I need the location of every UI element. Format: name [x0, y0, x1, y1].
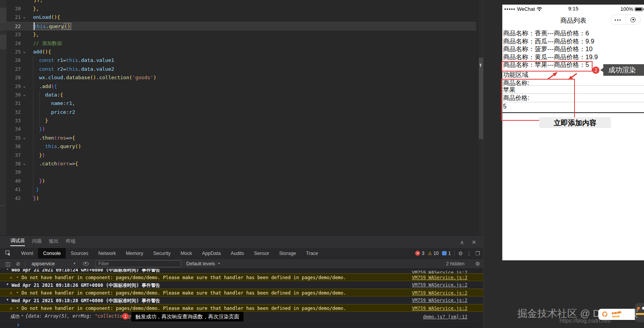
- console-result-row[interactable]: 成功▸{data: Array(5), errMsg: "collection.…: [0, 312, 483, 321]
- code-editor[interactable]: }), 20},21⌄onLoad(){22this.query()23},24…: [0, 0, 483, 235]
- code-line-32[interactable]: 32 price:r2: [0, 108, 476, 117]
- console-sidebar-icon[interactable]: ◫: [5, 261, 10, 267]
- code-line-29[interactable]: 29⌄ .add({: [0, 82, 476, 91]
- code-line-38[interactable]: 38⌄ .catch(err=>{: [0, 160, 476, 168]
- code-line-35[interactable]: 35⌄ .then(res=>{: [0, 134, 476, 142]
- code-text: // 添加数据: [33, 39, 62, 48]
- code-line-24[interactable]: 24// 添加数据: [0, 39, 476, 48]
- debugger-tab-输出[interactable]: 输出: [49, 238, 59, 246]
- devtools-tab-trace[interactable]: Trace: [301, 248, 323, 258]
- code-line-25[interactable]: 25⌄add(){: [0, 48, 476, 56]
- levels-label: Default levels: [186, 261, 215, 266]
- dock-side-icon[interactable]: ❐: [475, 250, 480, 256]
- collapse-caret-icon[interactable]: ▼: [7, 298, 8, 301]
- collapse-caret-icon[interactable]: ▼: [7, 283, 8, 286]
- code-line-34[interactable]: 34 }): [0, 125, 476, 133]
- editor-scrollbar[interactable]: [479, 0, 483, 235]
- code-line-37[interactable]: 37 }): [0, 151, 476, 160]
- inspect-element-button[interactable]: [0, 248, 16, 258]
- source-link[interactable]: VM759 WAService.js:2: [412, 306, 468, 311]
- devtools-tab-mock[interactable]: Mock: [175, 248, 197, 258]
- source-link[interactable]: demo.js? [sm]:12: [423, 314, 467, 320]
- code-line-23[interactable]: 23},: [0, 30, 476, 39]
- expand-icon[interactable]: ▸: [17, 306, 18, 310]
- kebab-menu-icon[interactable]: ⋮: [466, 250, 472, 256]
- collapse-panel-icon[interactable]: ∧: [460, 239, 464, 245]
- devtools-tab-console[interactable]: Console: [38, 248, 66, 258]
- code-line-27[interactable]: 27 const r2=this.data.value2: [0, 65, 476, 73]
- devtools-tab-security[interactable]: Security: [148, 248, 175, 258]
- warning-count-badge[interactable]: ⚠ 10: [428, 251, 439, 256]
- code-line-21[interactable]: 21⌄onLoad(){: [0, 13, 476, 22]
- source-link[interactable]: VM759 WAService.js:2: [412, 282, 468, 288]
- fold-chevron-icon[interactable]: ⌄: [23, 82, 29, 90]
- devtools-tab-sources[interactable]: Sources: [66, 248, 93, 258]
- devtools-tab-storage[interactable]: Storage: [274, 248, 301, 258]
- fold-chevron-icon[interactable]: ⌄: [23, 90, 29, 99]
- scrollbar-thumb[interactable]: [479, 58, 483, 139]
- exit-target-icon[interactable]: [626, 17, 641, 22]
- code-line-22[interactable]: 22this.query(): [0, 22, 476, 30]
- debugger-tab-终端[interactable]: 终端: [66, 238, 76, 246]
- execution-context-select[interactable]: appservice ▼: [31, 261, 76, 266]
- fold-chevron-icon[interactable]: ⌄: [23, 47, 29, 56]
- console-prompt-row[interactable]: ❯: [0, 321, 483, 328]
- devtools-tab-network[interactable]: Network: [93, 248, 121, 258]
- code-line-41[interactable]: 41 }: [0, 185, 476, 194]
- watermark-url: https://blog.csdn.net/: [560, 318, 611, 324]
- code-line-40[interactable]: 40 }): [0, 177, 476, 185]
- code-line-36[interactable]: 36 this.query(): [0, 142, 476, 151]
- code-line-39[interactable]: 39: [0, 168, 476, 176]
- console-settings-gear-icon[interactable]: ⚙: [475, 261, 480, 267]
- code-line-30[interactable]: 30⌄ data:{: [0, 91, 476, 99]
- code-line-31[interactable]: 31 name:r1,: [0, 99, 476, 108]
- add-content-button[interactable]: 立即添加内容: [539, 117, 611, 128]
- console-group-row[interactable]: ▼Wed Apr 21 2021 09:18:26 GMT+0800 (中国标准…: [0, 281, 483, 289]
- fold-chevron-icon[interactable]: ⌄: [23, 13, 29, 21]
- code-lines[interactable]: 20},21⌄onLoad(){22this.query()23},24// 添…: [0, 5, 476, 203]
- debugger-tab-问题[interactable]: 问题: [32, 238, 42, 246]
- source-link[interactable]: VM759 WAService.js:2: [412, 275, 468, 280]
- fold-chevron-icon[interactable]: ⌄: [23, 133, 29, 142]
- source-link[interactable]: VM759 WAService.js:2: [412, 298, 468, 303]
- console-warning-row[interactable]: ⚠▸Do not have handler in component: page…: [0, 273, 483, 281]
- clear-console-icon[interactable]: ⊘: [16, 261, 20, 267]
- devtools-tab-memory[interactable]: Memory: [121, 248, 148, 258]
- log-levels-select[interactable]: Default levels ▼: [186, 261, 220, 266]
- code-token: value1: [96, 57, 114, 63]
- console-group-row[interactable]: ▼Wed Apr 21 2021 09:18:28 GMT+0800 (中国标准…: [0, 296, 483, 304]
- expand-icon[interactable]: ▸: [22, 313, 23, 317]
- warning-icon: ⚠: [10, 275, 12, 280]
- phone-preview[interactable]: ●●●●● WeChat 9:15 100% 商品列表 ●●●: [502, 5, 644, 260]
- info-count-badge[interactable]: 1: [442, 251, 451, 256]
- prompt-chevron-icon[interactable]: ❯: [17, 322, 20, 327]
- code-line-28[interactable]: 28 wx.cloud.database().collection('goods…: [0, 73, 476, 82]
- eye-icon[interactable]: [83, 262, 89, 266]
- console-warning-row[interactable]: ⚠▸Do not have handler in component: page…: [0, 304, 483, 312]
- console-log-area[interactable]: ▼Wed Apr 21 2021 09:18:24 GMT+0800 (中国标准…: [0, 269, 483, 328]
- expand-icon[interactable]: ▸: [17, 290, 18, 294]
- console-warning-row[interactable]: ⚠▸Do not have handler in component: page…: [0, 289, 483, 296]
- code-line-26[interactable]: 26 const r1=this.data.value1: [0, 56, 476, 65]
- hidden-messages-label[interactable]: 2 hidden: [446, 261, 464, 266]
- code-line-33[interactable]: 33 }: [0, 117, 476, 125]
- settings-gear-icon[interactable]: ⚙: [458, 250, 463, 256]
- code-line-20[interactable]: 20},: [0, 5, 476, 13]
- filter-input[interactable]: [96, 260, 181, 267]
- collapse-caret-icon[interactable]: ▼: [7, 269, 8, 271]
- debugger-tab-调试器[interactable]: 调试器: [10, 238, 25, 246]
- source-link[interactable]: VM759 WAService.js:2: [412, 290, 468, 296]
- more-menu-icon[interactable]: ●●●: [611, 18, 626, 21]
- devtools-tab-audits[interactable]: Audits: [226, 248, 249, 258]
- code-token: data: [81, 57, 93, 63]
- close-panel-icon[interactable]: ✕: [472, 239, 476, 245]
- code-line-42[interactable]: 42}): [0, 194, 476, 203]
- devtools-tab-sensor[interactable]: Sensor: [249, 248, 274, 258]
- console-group-row[interactable]: ▼Wed Apr 21 2021 09:18:24 GMT+0800 (中国标准…: [0, 269, 483, 273]
- devtools-tab-wxml[interactable]: Wxml: [16, 248, 38, 258]
- fold-chevron-icon[interactable]: ⌄: [23, 159, 29, 168]
- capsule-menu[interactable]: ●●●: [610, 15, 641, 25]
- devtools-tab-appdata[interactable]: AppData: [197, 248, 226, 258]
- error-count-badge[interactable]: ✕ 3: [415, 251, 424, 256]
- expand-icon[interactable]: ▸: [17, 275, 18, 279]
